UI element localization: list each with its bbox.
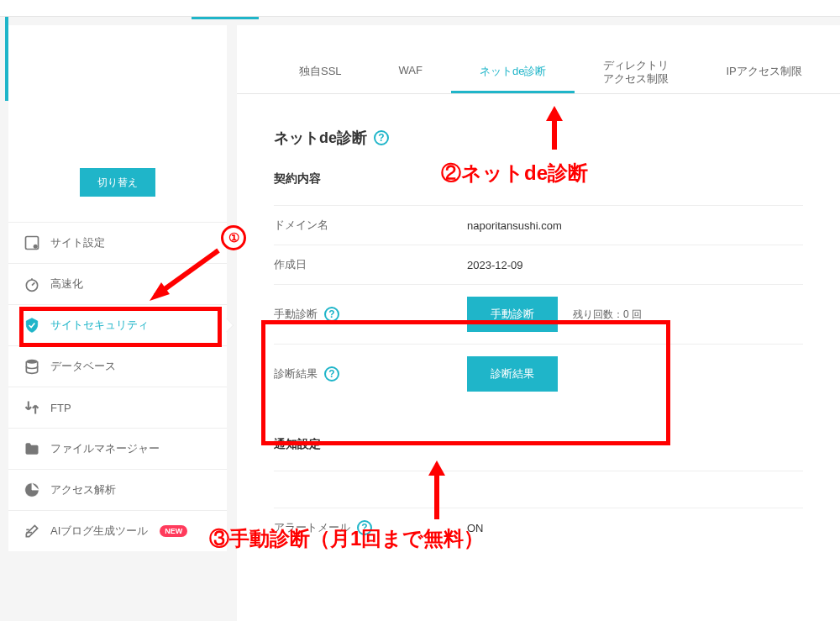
sidebar-item-label: アクセス解析: [50, 482, 116, 497]
tab-ssl[interactable]: 独自SSL: [270, 52, 370, 93]
tab-directory-access[interactable]: ディレクトリアクセス制限: [575, 52, 697, 93]
domain-value: naporitansushi.com: [467, 219, 562, 232]
sidebar-item-label: ファイルマネージャー: [50, 441, 160, 456]
top-strip: [0, 0, 840, 17]
sidebar-item-filemanager[interactable]: ファイルマネージャー: [8, 428, 227, 469]
hidden-label: [274, 483, 467, 496]
svg-line-3: [32, 282, 34, 285]
row-hidden: [274, 471, 803, 508]
sidebar-item-database[interactable]: データベース: [8, 345, 227, 387]
sidebar-item-ai-blog[interactable]: AIブログ生成ツール NEW: [8, 510, 227, 551]
sidebar-pointer-icon: [220, 318, 234, 333]
svg-point-2: [26, 280, 37, 291]
sidebar-item-label: データベース: [50, 359, 116, 374]
annotation-text-2: ②ネットde診断: [441, 160, 588, 187]
folder-icon: [24, 440, 40, 457]
created-label: 作成日: [274, 257, 467, 272]
row-created: 作成日 2023-12-09: [274, 245, 803, 284]
sidebar-item-label: 高速化: [50, 276, 83, 292]
speed-icon: [24, 276, 40, 292]
sidebar-item-ftp[interactable]: FTP: [8, 387, 227, 428]
tab-waf[interactable]: WAF: [370, 52, 451, 93]
sidebar-item-label: サイト設定: [50, 235, 105, 250]
tab-net-diagnosis[interactable]: ネットde診断: [451, 52, 575, 93]
annotation-text-3: ③手動診断（月1回まで無料）: [209, 525, 484, 552]
chart-icon: [24, 482, 40, 498]
sidebar-item-label: FTP: [50, 402, 71, 414]
tab-line2: アクセス制限: [603, 72, 669, 85]
database-icon: [24, 358, 40, 375]
ftp-icon: [24, 399, 40, 416]
sidebar-item-site-settings[interactable]: サイト設定: [8, 222, 227, 263]
tab-line1: ディレクトリ: [603, 59, 669, 71]
switch-button[interactable]: 切り替え: [80, 168, 155, 197]
sidebar-item-label: AIブログ生成ツール: [50, 524, 148, 539]
tab-ip-access[interactable]: IPアクセス制限: [697, 52, 830, 93]
top-tab-indicator: [192, 17, 259, 19]
annotation-box-actions: [261, 320, 670, 445]
sidebar-item-analytics[interactable]: アクセス解析: [8, 469, 227, 510]
created-value: 2023-12-09: [467, 259, 523, 271]
section-title-text: ネットde診断: [274, 128, 367, 148]
svg-point-1: [34, 245, 38, 249]
sidebar-item-speed[interactable]: 高速化: [8, 263, 227, 304]
edit-icon: [24, 523, 40, 539]
domain-label: ドメイン名: [274, 218, 467, 233]
site-settings-icon: [24, 234, 40, 251]
help-icon[interactable]: ?: [374, 130, 389, 145]
svg-point-5: [26, 360, 37, 364]
annotation-box-sidebar: [19, 307, 222, 347]
section-title: ネットde診断 ?: [274, 128, 803, 148]
sidebar: 切り替え サイト設定 高速化 サイトセキュリティ データベース FTP ファイル…: [8, 25, 227, 551]
tabs: 独自SSL WAF ネットde診断 ディレクトリアクセス制限 IPアクセス制限: [237, 52, 840, 94]
row-domain: ドメイン名 naporitansushi.com: [274, 205, 803, 245]
new-badge: NEW: [160, 525, 187, 537]
